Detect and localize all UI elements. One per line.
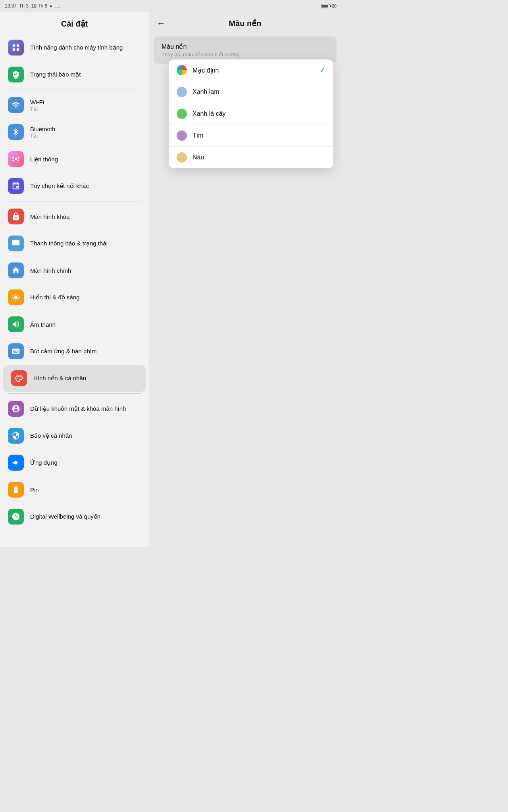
connection-title: Tùy chọn kết nối khác xyxy=(30,182,89,190)
color-label-green: Xanh lá cây xyxy=(192,110,325,117)
connection-icon xyxy=(8,178,24,194)
bluetooth-text: Bluetooth Tắt xyxy=(30,126,55,139)
color-option-brown[interactable]: Nâu xyxy=(169,147,333,168)
security-title: Trạng thái bảo mật xyxy=(30,71,81,78)
privacy-title: Bảo vệ cá nhân xyxy=(30,432,72,439)
color-label-default: Mặc định xyxy=(192,67,314,74)
left-panel: Cài đặt Tính năng dành cho máy tính bảng… xyxy=(0,12,149,547)
sound-icon xyxy=(8,316,24,332)
color-option-default[interactable]: Mặc định ✓ xyxy=(169,59,333,81)
wallpaper-card-title: Màu nền xyxy=(162,43,329,50)
more-icon: ... xyxy=(55,4,61,8)
lien-thong-text: Liên thông xyxy=(30,156,58,163)
security-text: Trạng thái bảo mật xyxy=(30,71,81,78)
battery-percent: 20 xyxy=(332,4,337,8)
bluetooth-title: Bluetooth xyxy=(30,126,55,132)
pen-title: Bút cảm ứng & bàn phím xyxy=(30,348,96,355)
svg-point-7 xyxy=(12,159,14,161)
digital-icon xyxy=(8,509,24,525)
lien-thong-icon xyxy=(8,151,24,167)
wifi-text: Wi-Fi Tắt xyxy=(30,99,44,112)
face-text: Dữ liệu khuôn mặt & khóa màn hình xyxy=(30,405,126,412)
settings-item-privacy[interactable]: Bảo vệ cá nhân xyxy=(0,422,149,449)
battery-fill xyxy=(322,5,328,8)
back-button[interactable]: ← xyxy=(157,18,169,29)
svg-rect-1 xyxy=(17,44,19,47)
digital-text: Digital Wellbeing và quyền xyxy=(30,513,100,520)
settings-item-lockscreen[interactable]: Màn hình khóa xyxy=(0,203,149,230)
color-label-purple: Tím xyxy=(192,132,325,139)
notif-title: Thanh thông báo & trạng thái xyxy=(30,240,108,247)
right-panel-title: Màu nền xyxy=(173,19,317,28)
settings-item-face[interactable]: Dữ liệu khuôn mặt & khóa màn hình xyxy=(0,395,149,422)
time: 13:37 xyxy=(5,3,17,9)
wallpaper-title: Hình nền & cá nhân xyxy=(33,375,86,382)
settings-item-security[interactable]: Trạng thái bảo mật xyxy=(0,61,149,88)
svg-rect-3 xyxy=(17,48,19,51)
location-icon: ● xyxy=(50,4,52,8)
svg-rect-0 xyxy=(13,44,15,47)
settings-item-wallpaper[interactable]: Hình nền & cá nhân xyxy=(3,365,146,392)
divider-3 xyxy=(8,393,141,394)
lockscreen-icon xyxy=(8,209,24,224)
color-option-green[interactable]: Xanh lá cây xyxy=(169,103,333,125)
lockscreen-text: Màn hình khóa xyxy=(30,213,69,220)
tablet-icon xyxy=(8,40,24,56)
bluetooth-icon xyxy=(8,124,24,140)
wifi-status: Tắt xyxy=(30,106,44,112)
display-icon xyxy=(8,289,24,305)
color-label-brown: Nâu xyxy=(192,154,325,161)
color-option-blue[interactable]: Xanh lam xyxy=(169,81,333,103)
settings-item-battery[interactable]: Pin xyxy=(0,476,149,503)
home-title: Màn hình chính xyxy=(30,267,71,274)
settings-item-home[interactable]: Màn hình chính xyxy=(0,257,149,284)
sound-title: Âm thanh xyxy=(30,321,56,328)
privacy-icon xyxy=(8,428,24,444)
settings-item-tablet[interactable]: Tính năng dành cho máy tính bảng xyxy=(0,34,149,61)
digital-title: Digital Wellbeing và quyền xyxy=(30,513,100,520)
svg-point-6 xyxy=(17,157,19,159)
color-dropdown: Mặc định ✓ Xanh lam Xanh lá cây Tím Nâu xyxy=(169,59,333,168)
security-icon xyxy=(8,67,24,82)
svg-rect-2 xyxy=(13,48,15,51)
svg-point-10 xyxy=(17,377,18,379)
tablet-text: Tính năng dành cho máy tính bảng xyxy=(30,44,123,51)
svg-rect-9 xyxy=(12,240,19,245)
color-swatch-purple xyxy=(177,130,187,141)
sound-text: Âm thanh xyxy=(30,321,56,328)
settings-item-display[interactable]: Hiển thị & độ sáng xyxy=(0,284,149,311)
settings-item-connection[interactable]: Tùy chọn kết nối khác xyxy=(0,172,149,199)
settings-item-notif[interactable]: Thanh thông báo & trạng thái xyxy=(0,230,149,257)
settings-list: Tính năng dành cho máy tính bảng Trạng t… xyxy=(0,34,149,530)
svg-point-5 xyxy=(12,157,14,159)
right-header: ← Màu nền xyxy=(149,12,341,35)
settings-item-digital[interactable]: Digital Wellbeing và quyền xyxy=(0,503,149,530)
settings-item-sound[interactable]: Âm thanh xyxy=(0,311,149,338)
svg-point-13 xyxy=(21,377,22,379)
settings-item-pen[interactable]: Bút cảm ứng & bàn phím xyxy=(0,338,149,365)
svg-point-14 xyxy=(14,461,17,464)
wallpaper-icon xyxy=(11,370,27,386)
battery-indicator xyxy=(321,4,330,8)
color-label-blue: Xanh lam xyxy=(192,88,325,96)
right-panel: ← Màu nền Màu nền Thay đổi màu nền cho b… xyxy=(149,12,341,547)
apps-text: Ứng dụng xyxy=(30,459,58,466)
privacy-text: Bảo vệ cá nhân xyxy=(30,432,72,439)
date: Th 3, 18 Th 6 xyxy=(19,3,47,9)
color-option-purple[interactable]: Tím xyxy=(169,125,333,147)
lockscreen-title: Màn hình khóa xyxy=(30,213,69,220)
main-layout: Cài đặt Tính năng dành cho máy tính bảng… xyxy=(0,12,341,547)
home-icon xyxy=(8,262,24,278)
settings-item-lien-thong[interactable]: Liên thông xyxy=(0,146,149,172)
tablet-title: Tính năng dành cho máy tính bảng xyxy=(30,44,123,51)
settings-item-bluetooth[interactable]: Bluetooth Tắt xyxy=(0,119,149,146)
wifi-title: Wi-Fi xyxy=(30,99,44,105)
settings-item-wifi[interactable]: Wi-Fi Tắt xyxy=(0,92,149,119)
settings-item-apps[interactable]: Ứng dụng xyxy=(0,449,149,476)
svg-point-15 xyxy=(12,462,14,464)
battery-title: Pin xyxy=(30,486,39,493)
divider-2 xyxy=(8,201,141,201)
check-mark-default: ✓ xyxy=(319,66,325,75)
divider-1 xyxy=(8,90,141,90)
notif-text: Thanh thông báo & trạng thái xyxy=(30,240,108,247)
